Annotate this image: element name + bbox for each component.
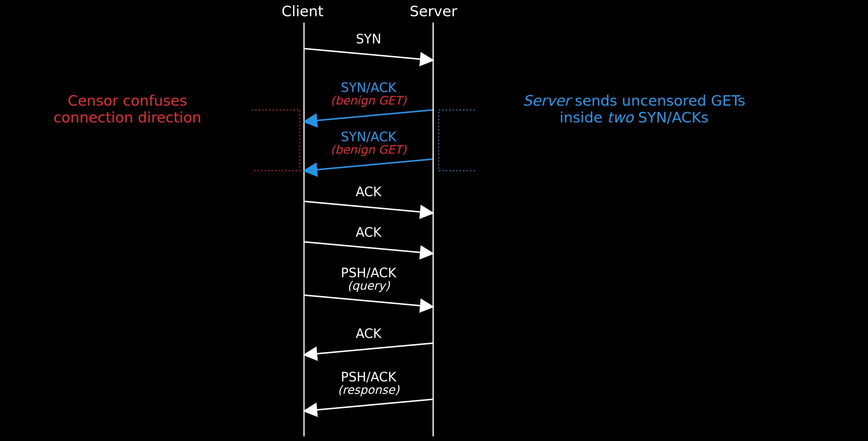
arrow-synack1 [305,110,433,122]
annotation-server-line2b: two [607,109,633,126]
arrow-pshack-resp [305,399,433,411]
arrow-ack1 [305,201,432,213]
msg-synack1-label: SYN/ACK [305,81,433,94]
msg-ack1-label: ACK [305,185,433,198]
annotation-server-line1: Server sends uncensored GETs [475,93,793,109]
annotation-censor-line1: Censor confuses [11,93,243,109]
msg-pshack-query-sub: (query) [305,280,433,292]
bracket-red [252,110,300,171]
client-label: Client [279,3,326,20]
msg-pshack-resp-sub: (response) [305,384,433,396]
msg-synack1-sub: (benign GET) [305,94,433,106]
annotation-server-sends: Server sends uncensored GETs inside two … [475,93,793,126]
server-lifeline [433,23,434,436]
msg-synack2-label: SYN/ACK [305,130,433,144]
diagram-overlay [0,0,868,441]
annotation-server-line2a: inside [560,109,607,126]
msg-pshack-query-label: PSH/ACK [305,266,433,280]
annotation-server-rest1: sends uncensored GETs [570,92,746,109]
msg-ack2-label: ACK [305,226,433,239]
arrow-pshack-query [305,295,432,307]
server-label: Server [410,3,456,20]
msg-synack2-block: SYN/ACK (benign GET) [305,130,433,156]
annotation-server-word1: Server [523,92,570,109]
arrow-synack2 [305,159,433,171]
msg-pshack-resp-block: PSH/ACK (response) [305,370,433,396]
annotation-server-line2c: SYN/ACKs [633,109,709,126]
msg-synack2-sub: (benign GET) [305,144,433,156]
msg-pshack-resp-label: PSH/ACK [305,370,433,384]
arrow-syn [305,49,432,60]
msg-syn-label: SYN [305,32,433,46]
annotation-server-line2: inside two SYN/ACKs [475,109,793,126]
arrow-ack3 [305,343,433,355]
msg-synack1-block: SYN/ACK (benign GET) [305,81,433,106]
msg-ack3-label: ACK [305,327,433,340]
msg-pshack-query-block: PSH/ACK (query) [305,266,433,292]
arrow-ack2 [305,242,432,253]
annotation-censor-confuses: Censor confuses connection direction [11,93,243,126]
annotation-censor-line2: connection direction [11,109,243,126]
bracket-blue [439,110,475,171]
